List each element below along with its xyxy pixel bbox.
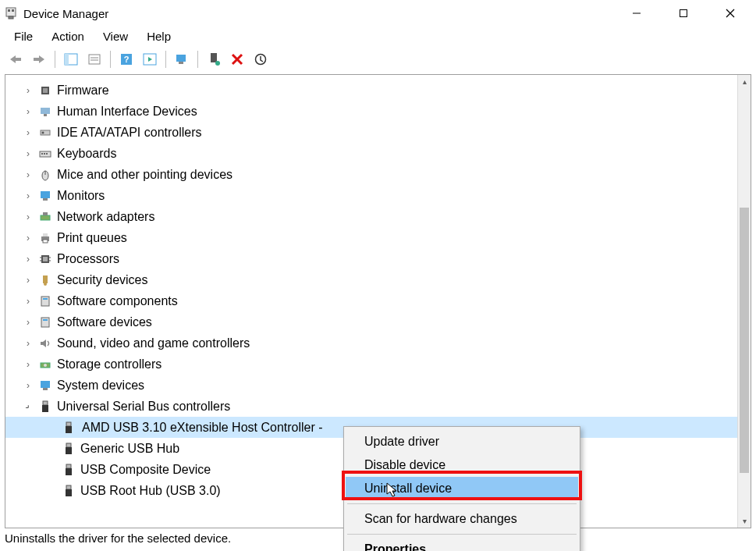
usb-icon	[62, 484, 76, 498]
svg-point-51	[44, 283, 47, 286]
menu-action[interactable]: Action	[44, 28, 92, 44]
titlebar: Device Manager	[0, 0, 756, 27]
scroll-down-arrow[interactable]: ▾	[738, 514, 751, 528]
ctx-scan-hardware[interactable]: Scan for hardware changes	[346, 507, 578, 531]
uninstall-button[interactable]	[226, 49, 248, 69]
tree-label: Network adapters	[57, 211, 154, 223]
svg-point-30	[42, 131, 44, 133]
menu-file[interactable]: File	[6, 28, 41, 44]
svg-rect-42	[43, 233, 48, 236]
ide-icon	[38, 126, 52, 140]
maximize-button[interactable]	[672, 2, 695, 25]
chevron-right-icon[interactable]: ›	[23, 339, 34, 348]
tree-item-print-queues[interactable]: › Print queues	[5, 227, 751, 248]
toolbar-separator	[55, 51, 55, 68]
ctx-update-driver[interactable]: Update driver	[346, 430, 578, 453]
vertical-scrollbar[interactable]: ▴ ▾	[737, 75, 751, 528]
tree-label: USB Root Hub (USB 3.0)	[80, 485, 221, 497]
toolbar-separator	[110, 51, 111, 68]
menu-view[interactable]: View	[95, 28, 136, 44]
tree-item-ide[interactable]: › IDE ATA/ATAPI controllers	[5, 122, 751, 143]
tree-item-mice[interactable]: › Mice and other pointing devices	[5, 164, 751, 185]
app-icon	[5, 7, 17, 20]
tree-item-system[interactable]: › System devices	[5, 375, 751, 396]
tree-item-software-devices[interactable]: › Software devices	[5, 311, 751, 332]
update-driver-button[interactable]	[203, 49, 225, 69]
ctx-uninstall-device[interactable]: Uninstall device	[346, 477, 578, 500]
svg-rect-27	[41, 108, 50, 114]
tree-label: USB Composite Device	[80, 464, 211, 476]
show-hide-tree-button[interactable]	[60, 49, 82, 69]
keyboard-icon	[38, 147, 52, 161]
chevron-right-icon[interactable]: ›	[23, 170, 34, 180]
tree-item-storage[interactable]: › Storage controllers	[5, 354, 751, 375]
ctx-disable-device[interactable]: Disable device	[346, 453, 578, 477]
back-button[interactable]	[5, 49, 27, 69]
svg-rect-11	[65, 54, 69, 65]
svg-rect-66	[66, 464, 71, 468]
context-menu: Update driver Disable device Uninstall d…	[343, 426, 580, 551]
ctx-properties[interactable]: Properties	[346, 538, 578, 551]
chevron-right-icon[interactable]: ›	[23, 297, 34, 306]
action-button[interactable]	[139, 49, 161, 69]
usb-icon	[62, 442, 76, 456]
tree-item-monitors[interactable]: › Monitors	[5, 185, 751, 206]
menubar: File Action View Help	[0, 27, 756, 46]
toolbar: ?	[0, 46, 756, 71]
chevron-right-icon[interactable]: ›	[23, 254, 34, 264]
tree-label: Keyboards	[57, 148, 117, 160]
chevron-right-icon[interactable]: ›	[23, 86, 34, 95]
minimize-button[interactable]	[625, 2, 648, 25]
chevron-right-icon[interactable]: ›	[23, 212, 34, 222]
chevron-right-icon[interactable]: ›	[23, 149, 34, 158]
scan-hardware-button[interactable]	[171, 49, 193, 69]
tree-item-network[interactable]: › Network adapters	[5, 206, 751, 227]
help-button[interactable]: ?	[115, 49, 137, 69]
tree-item-firmware[interactable]: › Firmware	[5, 80, 751, 101]
close-button[interactable]	[719, 2, 742, 25]
svg-rect-2	[12, 9, 14, 12]
chevron-right-icon[interactable]: ›	[23, 360, 34, 369]
forward-button[interactable]	[28, 49, 50, 69]
svg-rect-68	[66, 485, 71, 489]
usb-icon	[38, 400, 52, 414]
tree-item-sound[interactable]: › Sound, video and game controllers	[5, 332, 751, 354]
tree-item-hid[interactable]: › Human Interface Devices	[5, 101, 751, 122]
security-icon	[38, 273, 52, 287]
storage-icon	[38, 357, 52, 371]
chevron-right-icon[interactable]: ›	[23, 318, 34, 327]
tree-item-processors[interactable]: › Processors	[5, 248, 751, 269]
chip-icon	[38, 84, 52, 98]
svg-rect-53	[43, 298, 48, 300]
usb-icon	[62, 421, 76, 435]
chevron-right-icon[interactable]: ›	[23, 191, 34, 201]
chevron-right-icon[interactable]: ›	[23, 107, 34, 116]
chevron-right-icon[interactable]: ›	[23, 381, 34, 390]
tree-item-software-components[interactable]: › Software components	[5, 290, 751, 311]
scrollbar-thumb[interactable]	[740, 208, 749, 473]
toolbar-separator	[197, 51, 198, 68]
chevron-down-icon[interactable]: ›	[21, 399, 35, 413]
tree-label: AMD USB 3.10 eXtensible Host Controller …	[80, 421, 325, 435]
svg-rect-55	[43, 319, 48, 321]
disable-button[interactable]	[250, 49, 272, 69]
component-icon	[38, 315, 52, 329]
tree-item-usb[interactable]: › Universal Serial Bus controllers	[5, 396, 751, 417]
tree-label: Generic USB Hub	[80, 443, 179, 455]
system-icon	[38, 379, 52, 393]
svg-rect-33	[44, 153, 45, 155]
chevron-right-icon[interactable]: ›	[23, 276, 34, 285]
svg-rect-20	[211, 53, 217, 62]
menu-help[interactable]: Help	[139, 28, 179, 44]
properties-button[interactable]	[83, 49, 105, 69]
tree-item-keyboards[interactable]: › Keyboards	[5, 143, 751, 164]
printer-icon	[38, 231, 52, 245]
scroll-up-arrow[interactable]: ▴	[738, 75, 751, 88]
chevron-right-icon[interactable]: ›	[23, 233, 34, 243]
svg-rect-19	[179, 62, 183, 64]
svg-rect-34	[46, 153, 48, 155]
component-icon	[38, 294, 52, 308]
svg-rect-38	[43, 198, 48, 201]
chevron-right-icon[interactable]: ›	[23, 128, 34, 137]
tree-item-security[interactable]: › Security devices	[5, 269, 751, 290]
